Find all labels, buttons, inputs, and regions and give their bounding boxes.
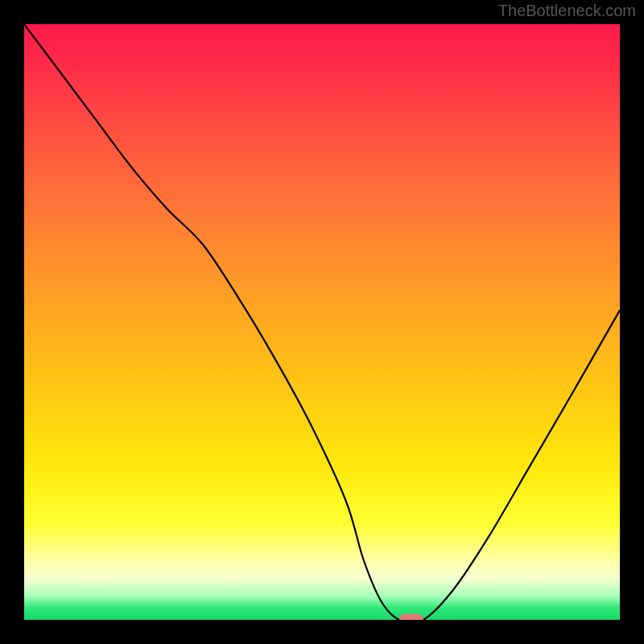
chart-container: TheBottleneck.com xyxy=(0,0,644,644)
plot-area xyxy=(24,24,620,620)
curve-path xyxy=(24,24,620,620)
bottleneck-curve xyxy=(24,24,620,620)
watermark-text: TheBottleneck.com xyxy=(498,2,636,20)
optimal-marker xyxy=(399,614,423,621)
